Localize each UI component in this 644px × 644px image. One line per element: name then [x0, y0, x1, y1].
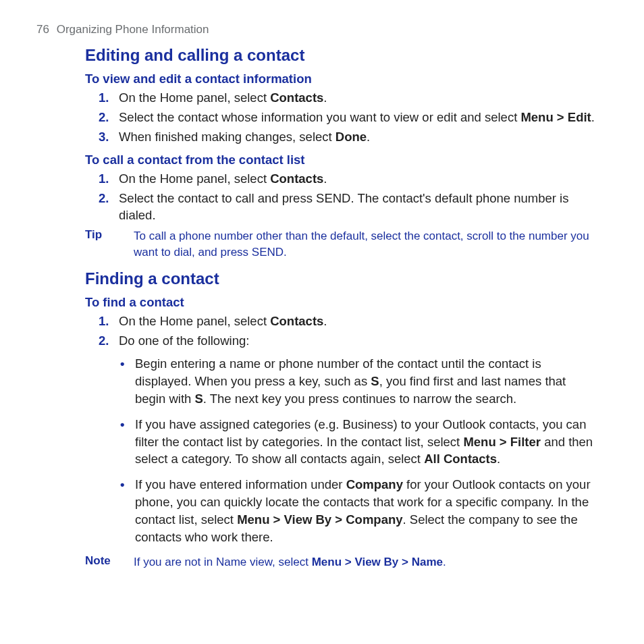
- note-label: Note: [85, 554, 116, 568]
- section-heading: Editing and calling a contact: [85, 46, 597, 65]
- running-header: 76 Organizing Phone Information: [36, 23, 603, 36]
- step-list: On the Home panel, select Contacts. Sele…: [85, 170, 597, 225]
- tip-label: Tip: [85, 228, 116, 242]
- step-item: On the Home panel, select Contacts.: [116, 89, 597, 107]
- step-item: Select the contact whose information you…: [116, 109, 597, 126]
- task-heading: To call a contact from the contact list: [85, 153, 597, 167]
- task-heading: To find a contact: [85, 295, 597, 310]
- step-list: On the Home panel, select Contacts. Do o…: [85, 313, 597, 350]
- note-body: If you are not in Name view, select Menu…: [134, 554, 597, 570]
- bullet-list: Begin entering a name or phone number of…: [85, 355, 597, 546]
- step-item: On the Home panel, select Contacts.: [116, 313, 597, 330]
- task-heading: To view and edit a contact information: [85, 72, 597, 86]
- chapter-title: Organizing Phone Information: [57, 23, 209, 36]
- step-item: Do one of the following:: [116, 332, 597, 350]
- bullet-item: Begin entering a name or phone number of…: [135, 355, 597, 408]
- step-item: When finished making changes, select Don…: [116, 128, 597, 146]
- bullet-item: If you have assigned categories (e.g. Bu…: [135, 416, 597, 468]
- manual-page: 76 Organizing Phone Information Editing …: [0, 0, 644, 606]
- step-item: Select the contact to call and press SEN…: [116, 190, 597, 225]
- tip-body: To call a phone number other than the de…: [134, 228, 597, 260]
- page-number: 76: [36, 23, 49, 36]
- tip-block: Tip To call a phone number other than th…: [85, 228, 597, 260]
- page-content: Editing and calling a contact To view an…: [85, 46, 597, 570]
- section-heading: Finding a contact: [85, 269, 597, 288]
- step-item: On the Home panel, select Contacts.: [116, 170, 597, 188]
- note-block: Note If you are not in Name view, select…: [85, 554, 597, 570]
- step-list: On the Home panel, select Contacts. Sele…: [85, 89, 597, 146]
- bullet-item: If you have entered information under Co…: [135, 476, 597, 546]
